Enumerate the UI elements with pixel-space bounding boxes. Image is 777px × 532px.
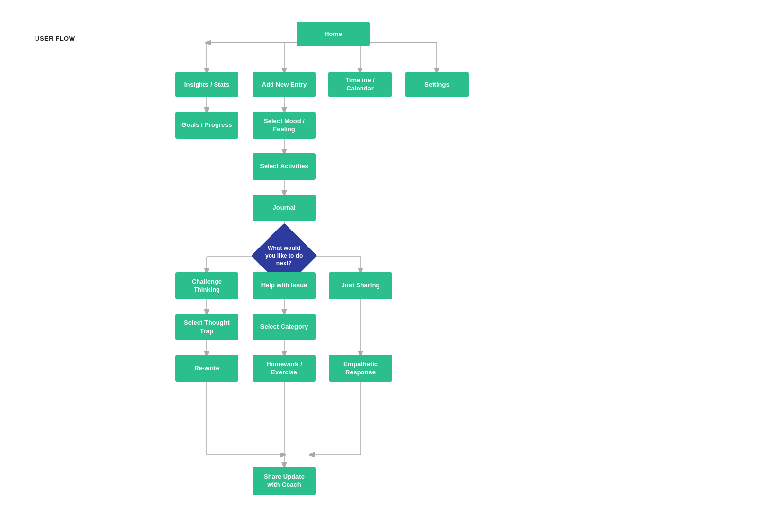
node-just-sharing: Just Sharing [329, 272, 392, 299]
node-home: Home [297, 22, 370, 46]
page-title: USER FLOW [35, 35, 75, 42]
node-journal: Journal [253, 195, 316, 221]
node-add-new-entry: Add New Entry [253, 72, 316, 97]
node-empathetic-response: Empathetic Response [329, 355, 392, 382]
node-select-mood: Select Mood / Feeling [253, 112, 316, 139]
node-decision-label: What would you like to do next? [261, 243, 307, 269]
node-goals-progress: Goals / Progress [175, 112, 238, 139]
node-settings: Settings [405, 72, 469, 97]
node-share-update-coach: Share Update with Coach [253, 467, 316, 495]
node-rewrite: Re-write [175, 355, 238, 382]
node-challenge-thinking: Challenge Thinking [175, 272, 238, 299]
node-select-thought-trap: Select Thought Trap [175, 314, 238, 340]
node-help-with-issue: Help with Issue [253, 272, 316, 299]
node-select-activities: Select Activities [253, 153, 316, 180]
flowchart: USER FLOW [0, 0, 777, 532]
node-homework-exercise: Homework / Exercise [253, 355, 316, 382]
node-insights-stats: Insights / Stats [175, 72, 238, 97]
node-select-category: Select Category [253, 314, 316, 340]
node-timeline-calendar: Timeline / Calendar [328, 72, 392, 97]
